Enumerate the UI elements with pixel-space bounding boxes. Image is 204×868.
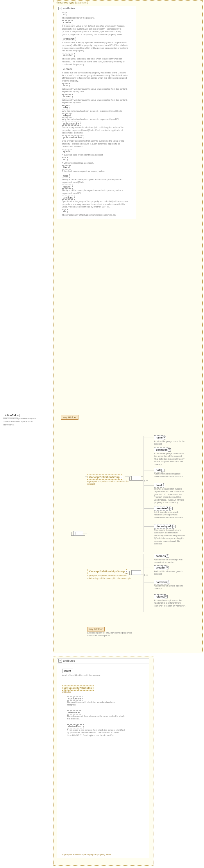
attr-desc: The confidence with which the metadata h… — [67, 701, 125, 706]
plus-icon[interactable]: + — [167, 581, 170, 584]
attr-desc: If the property value is not defined, sp… — [62, 25, 129, 36]
qa-desc: attributes — [62, 691, 115, 693]
attr-desc: Indicates by which means the value was e… — [62, 99, 129, 104]
minus-icon[interactable]: − — [125, 570, 128, 574]
attr-desc: The type of the concept assigned as cont… — [62, 178, 129, 184]
concept-definition-group[interactable]: ConceptDefinitionGroup − — [87, 474, 122, 480]
attr-desc: The date (and, optionally, the time) whe… — [62, 58, 129, 66]
plus-icon[interactable]: + — [169, 507, 173, 510]
attr-desc: A reference to the concept from which th… — [67, 729, 125, 737]
root-label: inlineRef — [5, 414, 16, 417]
attr-desc: The type of the concept assigned as cont… — [62, 189, 129, 194]
attr-why: why — [62, 105, 69, 110]
elem-desc: An identifier of a more generic concept. — [154, 570, 186, 576]
attr-creatoruri: creatoruri — [62, 37, 76, 41]
elem-broader[interactable]: broader+ — [154, 565, 167, 570]
quantify-attributes-group[interactable]: grp:quantifyAttributes — [62, 685, 94, 691]
plus-icon[interactable]: + — [168, 448, 171, 452]
attr-desc: Indicates by which means the value was e… — [62, 88, 129, 93]
attr-xml:lang: xml:lang — [62, 195, 75, 200]
elem-desc: A natural language name for the concept. — [154, 440, 186, 445]
attr-creator: creator — [62, 20, 73, 24]
minus-icon[interactable]: − — [58, 7, 62, 10]
attr-pubconstraint: pubconstraint — [62, 122, 81, 126]
type-label: Flex1PropType (extension) — [56, 1, 88, 4]
attr-desc: A qualified code which identifies a conc… — [62, 154, 129, 156]
plus-icon[interactable]: + — [163, 436, 166, 439]
elem-desc: A related concept, where the relationshi… — [154, 599, 186, 607]
attr-modified: modified — [62, 53, 75, 57]
attr-desc: Why the metadata has been included - exp… — [62, 110, 129, 112]
elem-related[interactable]: related+ — [154, 594, 166, 599]
attr-desc: One or many constraints that apply to pu… — [62, 126, 129, 134]
idrefs-desc: A set of local identifiers of inline con… — [62, 674, 120, 677]
any-other: any ##other — [61, 415, 79, 420]
minus-icon[interactable]: − — [120, 476, 123, 479]
attr-desc: A URI which identifies a concept. — [62, 162, 129, 164]
ext-desc: Extension point for provider-defined pro… — [87, 631, 134, 637]
attr-desc: If the attribute is empty, specifies whi… — [62, 41, 129, 52]
cdg-desc: A group of properties required to define… — [87, 480, 134, 486]
elem-sameas[interactable]: sameAs+ — [154, 554, 168, 558]
crg-desc: A group of properties required to indica… — [87, 574, 134, 580]
attr-relevance: relevance — [67, 710, 81, 714]
sequence-count: 0..∞ — [144, 479, 148, 482]
attr-typeuri: typeuri — [62, 185, 72, 189]
elem-desc: A natural language definition of the sem… — [154, 452, 186, 466]
elem-facet[interactable]: facet+ — [154, 483, 164, 488]
sequence-count: 0..∞ — [144, 574, 148, 576]
attributes-title: attributes — [63, 7, 75, 10]
root-desc: The concept represented by the content i… — [3, 417, 38, 426]
elem-desc: An identifier of a more specific concept… — [154, 585, 186, 590]
attr-desc: A free-text value assigned as property v… — [62, 170, 129, 173]
plus-icon[interactable]: + — [166, 566, 169, 569]
elem-remoteinfo[interactable]: remoteInfo+ — [154, 506, 171, 511]
elem-definition[interactable]: definition+ — [154, 447, 169, 452]
attr-desc: One or many constraints that apply to pu… — [62, 140, 129, 148]
plus-icon[interactable]: + — [165, 595, 168, 598]
attr-whyuri: whyuri — [62, 114, 72, 118]
elem-desc: In NAR 1.8 and later, facet is deprecate… — [154, 488, 186, 504]
attr-howuri: howuri — [62, 94, 72, 98]
attr-custom: custom — [62, 67, 73, 71]
attr-how: how — [62, 83, 70, 87]
attr-desc: Why the metadata has been included - exp… — [62, 118, 129, 120]
attr-literal: literal — [62, 165, 71, 169]
attributes-panel: − attributes idThe local identifier of t… — [57, 6, 136, 219]
elem-desc: Additional natural language information … — [154, 472, 186, 478]
concept-relationships-group[interactable]: ConceptRelationshipsGroup − — [87, 569, 127, 574]
any-other-ext: any ##other — [87, 627, 105, 631]
attr-confidence: confidence — [67, 696, 83, 701]
minus-icon[interactable]: − — [16, 414, 20, 417]
plus-icon[interactable]: + — [172, 525, 176, 528]
idrefs-attr: idrefs — [62, 669, 73, 673]
attr-uri: uri — [62, 157, 68, 161]
elem-hierarchyinfo[interactable]: hierarchyInfo+ — [154, 524, 174, 529]
elem-name[interactable]: name+ — [154, 435, 165, 440]
attr-pubconstrainturi: pubconstrainturi — [62, 135, 83, 139]
attr-dir: dir — [62, 209, 68, 213]
attr-id: id — [62, 12, 67, 16]
attr-desc: The local identifier of the property. — [62, 17, 129, 19]
attr-derivedfrom: derivedfrom — [67, 724, 84, 728]
elem-narrower[interactable]: narrower+ — [154, 580, 169, 585]
elem-desc: Represents the position of a concept in … — [154, 529, 186, 545]
sequence-icon — [73, 531, 83, 536]
attr-desc: Specifies the language of this property … — [62, 200, 129, 208]
elem-desc: A link to an item or a web resource whic… — [154, 511, 186, 519]
elem-note[interactable]: note+ — [154, 468, 163, 472]
plus-icon[interactable]: + — [166, 555, 169, 558]
minus-icon[interactable]: − — [58, 659, 62, 662]
elem-desc: An identifier of a concept with equivale… — [154, 558, 186, 564]
attributes-title: attributes — [63, 659, 75, 662]
attr-qcode: qcode — [62, 149, 72, 153]
attr-desc: If set to true the corresponding propert… — [62, 71, 129, 83]
attr-desc: The directionality of textual content (e… — [62, 214, 129, 216]
qa-footer: A group of attributes quantifying the pr… — [62, 853, 132, 856]
plus-icon[interactable]: + — [161, 469, 165, 472]
attr-type: type — [62, 174, 70, 178]
attr-desc: The relevance of the metadata to the new… — [67, 715, 125, 720]
plus-icon[interactable]: + — [162, 484, 165, 487]
